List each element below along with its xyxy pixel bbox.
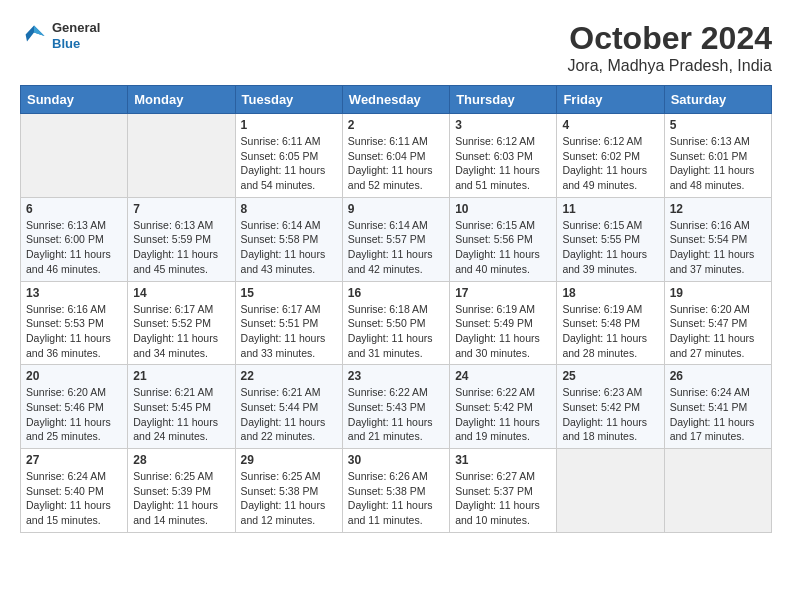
weekday-header-row: SundayMondayTuesdayWednesdayThursdayFrid… — [21, 86, 772, 114]
day-number: 14 — [133, 286, 229, 300]
calendar-cell — [128, 114, 235, 198]
day-number: 13 — [26, 286, 122, 300]
cell-content: Sunrise: 6:19 AMSunset: 5:49 PMDaylight:… — [455, 302, 551, 361]
cell-content: Sunrise: 6:21 AMSunset: 5:44 PMDaylight:… — [241, 385, 337, 444]
weekday-header-monday: Monday — [128, 86, 235, 114]
calendar-cell: 23Sunrise: 6:22 AMSunset: 5:43 PMDayligh… — [342, 365, 449, 449]
day-number: 6 — [26, 202, 122, 216]
calendar-cell: 26Sunrise: 6:24 AMSunset: 5:41 PMDayligh… — [664, 365, 771, 449]
cell-content: Sunrise: 6:16 AMSunset: 5:53 PMDaylight:… — [26, 302, 122, 361]
calendar-cell: 17Sunrise: 6:19 AMSunset: 5:49 PMDayligh… — [450, 281, 557, 365]
calendar-cell: 6Sunrise: 6:13 AMSunset: 6:00 PMDaylight… — [21, 197, 128, 281]
day-number: 3 — [455, 118, 551, 132]
calendar-cell: 22Sunrise: 6:21 AMSunset: 5:44 PMDayligh… — [235, 365, 342, 449]
cell-content: Sunrise: 6:15 AMSunset: 5:55 PMDaylight:… — [562, 218, 658, 277]
day-number: 15 — [241, 286, 337, 300]
day-number: 2 — [348, 118, 444, 132]
day-number: 22 — [241, 369, 337, 383]
cell-content: Sunrise: 6:27 AMSunset: 5:37 PMDaylight:… — [455, 469, 551, 528]
logo-text: General Blue — [52, 20, 100, 51]
calendar-cell: 19Sunrise: 6:20 AMSunset: 5:47 PMDayligh… — [664, 281, 771, 365]
title-block: October 2024 Jora, Madhya Pradesh, India — [567, 20, 772, 75]
cell-content: Sunrise: 6:22 AMSunset: 5:42 PMDaylight:… — [455, 385, 551, 444]
day-number: 7 — [133, 202, 229, 216]
calendar-cell: 7Sunrise: 6:13 AMSunset: 5:59 PMDaylight… — [128, 197, 235, 281]
cell-content: Sunrise: 6:25 AMSunset: 5:38 PMDaylight:… — [241, 469, 337, 528]
logo-bird-icon — [20, 22, 48, 50]
calendar-cell: 21Sunrise: 6:21 AMSunset: 5:45 PMDayligh… — [128, 365, 235, 449]
day-number: 28 — [133, 453, 229, 467]
day-number: 11 — [562, 202, 658, 216]
calendar-cell: 14Sunrise: 6:17 AMSunset: 5:52 PMDayligh… — [128, 281, 235, 365]
calendar-cell: 12Sunrise: 6:16 AMSunset: 5:54 PMDayligh… — [664, 197, 771, 281]
day-number: 29 — [241, 453, 337, 467]
day-number: 4 — [562, 118, 658, 132]
cell-content: Sunrise: 6:13 AMSunset: 6:01 PMDaylight:… — [670, 134, 766, 193]
weekday-header-friday: Friday — [557, 86, 664, 114]
day-number: 18 — [562, 286, 658, 300]
calendar-week-row: 6Sunrise: 6:13 AMSunset: 6:00 PMDaylight… — [21, 197, 772, 281]
cell-content: Sunrise: 6:12 AMSunset: 6:02 PMDaylight:… — [562, 134, 658, 193]
weekday-header-tuesday: Tuesday — [235, 86, 342, 114]
calendar-week-row: 13Sunrise: 6:16 AMSunset: 5:53 PMDayligh… — [21, 281, 772, 365]
calendar-cell — [664, 449, 771, 533]
calendar-title: October 2024 — [567, 20, 772, 57]
calendar-cell: 24Sunrise: 6:22 AMSunset: 5:42 PMDayligh… — [450, 365, 557, 449]
calendar-cell: 30Sunrise: 6:26 AMSunset: 5:38 PMDayligh… — [342, 449, 449, 533]
day-number: 24 — [455, 369, 551, 383]
cell-content: Sunrise: 6:26 AMSunset: 5:38 PMDaylight:… — [348, 469, 444, 528]
calendar-cell: 1Sunrise: 6:11 AMSunset: 6:05 PMDaylight… — [235, 114, 342, 198]
weekday-header-saturday: Saturday — [664, 86, 771, 114]
calendar-cell — [21, 114, 128, 198]
calendar-cell: 31Sunrise: 6:27 AMSunset: 5:37 PMDayligh… — [450, 449, 557, 533]
logo-blue: Blue — [52, 36, 100, 52]
calendar-week-row: 1Sunrise: 6:11 AMSunset: 6:05 PMDaylight… — [21, 114, 772, 198]
day-number: 19 — [670, 286, 766, 300]
calendar-week-row: 27Sunrise: 6:24 AMSunset: 5:40 PMDayligh… — [21, 449, 772, 533]
day-number: 16 — [348, 286, 444, 300]
cell-content: Sunrise: 6:20 AMSunset: 5:46 PMDaylight:… — [26, 385, 122, 444]
day-number: 21 — [133, 369, 229, 383]
cell-content: Sunrise: 6:15 AMSunset: 5:56 PMDaylight:… — [455, 218, 551, 277]
weekday-header-sunday: Sunday — [21, 86, 128, 114]
day-number: 10 — [455, 202, 551, 216]
calendar-cell: 9Sunrise: 6:14 AMSunset: 5:57 PMDaylight… — [342, 197, 449, 281]
day-number: 25 — [562, 369, 658, 383]
weekday-header-thursday: Thursday — [450, 86, 557, 114]
day-number: 1 — [241, 118, 337, 132]
weekday-header-wednesday: Wednesday — [342, 86, 449, 114]
logo: General Blue — [20, 20, 100, 51]
day-number: 12 — [670, 202, 766, 216]
day-number: 8 — [241, 202, 337, 216]
calendar-cell: 20Sunrise: 6:20 AMSunset: 5:46 PMDayligh… — [21, 365, 128, 449]
calendar-cell — [557, 449, 664, 533]
day-number: 26 — [670, 369, 766, 383]
calendar-cell: 11Sunrise: 6:15 AMSunset: 5:55 PMDayligh… — [557, 197, 664, 281]
day-number: 9 — [348, 202, 444, 216]
calendar-cell: 2Sunrise: 6:11 AMSunset: 6:04 PMDaylight… — [342, 114, 449, 198]
cell-content: Sunrise: 6:25 AMSunset: 5:39 PMDaylight:… — [133, 469, 229, 528]
cell-content: Sunrise: 6:12 AMSunset: 6:03 PMDaylight:… — [455, 134, 551, 193]
cell-content: Sunrise: 6:17 AMSunset: 5:51 PMDaylight:… — [241, 302, 337, 361]
calendar-cell: 27Sunrise: 6:24 AMSunset: 5:40 PMDayligh… — [21, 449, 128, 533]
cell-content: Sunrise: 6:21 AMSunset: 5:45 PMDaylight:… — [133, 385, 229, 444]
cell-content: Sunrise: 6:11 AMSunset: 6:04 PMDaylight:… — [348, 134, 444, 193]
logo-general: General — [52, 20, 100, 36]
cell-content: Sunrise: 6:17 AMSunset: 5:52 PMDaylight:… — [133, 302, 229, 361]
cell-content: Sunrise: 6:19 AMSunset: 5:48 PMDaylight:… — [562, 302, 658, 361]
calendar-cell: 13Sunrise: 6:16 AMSunset: 5:53 PMDayligh… — [21, 281, 128, 365]
calendar-cell: 8Sunrise: 6:14 AMSunset: 5:58 PMDaylight… — [235, 197, 342, 281]
calendar-week-row: 20Sunrise: 6:20 AMSunset: 5:46 PMDayligh… — [21, 365, 772, 449]
cell-content: Sunrise: 6:22 AMSunset: 5:43 PMDaylight:… — [348, 385, 444, 444]
cell-content: Sunrise: 6:18 AMSunset: 5:50 PMDaylight:… — [348, 302, 444, 361]
day-number: 31 — [455, 453, 551, 467]
cell-content: Sunrise: 6:23 AMSunset: 5:42 PMDaylight:… — [562, 385, 658, 444]
cell-content: Sunrise: 6:14 AMSunset: 5:57 PMDaylight:… — [348, 218, 444, 277]
day-number: 20 — [26, 369, 122, 383]
page-header: General Blue October 2024 Jora, Madhya P… — [20, 20, 772, 75]
cell-content: Sunrise: 6:14 AMSunset: 5:58 PMDaylight:… — [241, 218, 337, 277]
calendar-cell: 18Sunrise: 6:19 AMSunset: 5:48 PMDayligh… — [557, 281, 664, 365]
svg-marker-1 — [34, 25, 45, 36]
calendar-cell: 29Sunrise: 6:25 AMSunset: 5:38 PMDayligh… — [235, 449, 342, 533]
calendar-table: SundayMondayTuesdayWednesdayThursdayFrid… — [20, 85, 772, 533]
